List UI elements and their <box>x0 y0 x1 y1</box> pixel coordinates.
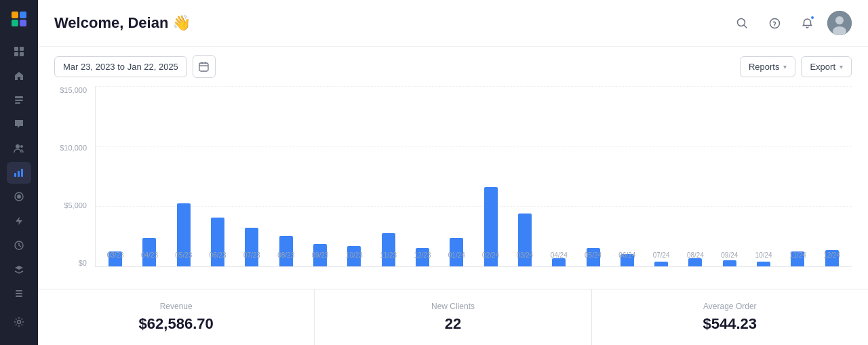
svg-point-26 <box>835 16 844 24</box>
y-axis: $0$5,000$10,000$15,000 <box>54 86 92 267</box>
export-label: Export <box>810 62 835 72</box>
notifications-button[interactable] <box>795 11 819 35</box>
export-button[interactable]: Export ▾ <box>801 56 852 77</box>
x-axis-label: 09/24 <box>713 247 747 266</box>
calendar-button[interactable] <box>193 55 216 78</box>
page-title: Welcome, Deian 👋 <box>54 14 191 32</box>
y-axis-label: $10,000 <box>54 144 92 152</box>
date-range-input[interactable]: Mar 23, 2023 to Jan 22, 2025 <box>54 56 187 77</box>
chart-inner: 03/2304/2305/2306/2307/2308/2309/2310/23… <box>95 86 852 267</box>
help-button[interactable] <box>762 11 787 35</box>
x-axis-label: 10/24 <box>747 247 781 266</box>
stat-value: $544.23 <box>703 315 757 333</box>
x-axis-label: 04/24 <box>542 247 576 266</box>
stat-item: Revenue$62,586.70 <box>38 289 315 345</box>
stat-value: $62,586.70 <box>139 315 214 333</box>
reports-button[interactable]: Reports ▾ <box>740 56 796 77</box>
stat-item: Average Order$544.23 <box>592 289 868 345</box>
x-axis-label: 11/23 <box>372 247 406 266</box>
stat-value: 22 <box>445 315 461 333</box>
sidebar-logo <box>9 11 28 28</box>
svg-rect-28 <box>199 63 208 71</box>
x-axis-label: 07/24 <box>644 247 678 266</box>
svg-rect-18 <box>16 290 22 291</box>
chart-container: $0$5,000$10,000$15,000 03/2304/2305/2306… <box>54 86 852 289</box>
svg-point-21 <box>18 321 21 324</box>
sidebar-item-expand[interactable] <box>7 41 31 63</box>
svg-point-24 <box>774 25 775 26</box>
reports-chevron-icon: ▾ <box>783 63 787 70</box>
svg-rect-10 <box>15 102 20 104</box>
x-axis-label: 12/23 <box>406 247 439 266</box>
x-axis-label: 06/24 <box>610 247 644 266</box>
sidebar-item-list[interactable] <box>7 283 31 304</box>
x-axis-label: 04/23 <box>132 247 166 266</box>
sidebar-item-analytics[interactable] <box>7 186 31 208</box>
x-axis-label: 10/23 <box>337 247 371 266</box>
bars-wrapper <box>96 86 852 266</box>
toolbar: Mar 23, 2023 to Jan 22, 2025 Reports ▾ E… <box>38 47 868 86</box>
toolbar-right: Reports ▾ Export ▾ <box>740 56 852 77</box>
svg-rect-1 <box>20 12 26 18</box>
svg-rect-13 <box>14 173 16 177</box>
date-range-wrapper: Mar 23, 2023 to Jan 22, 2025 <box>54 55 216 78</box>
sidebar-item-settings[interactable] <box>7 310 31 334</box>
svg-point-12 <box>20 145 23 148</box>
reports-label: Reports <box>749 62 780 72</box>
x-axis-label: 08/23 <box>269 247 303 266</box>
sidebar-item-home[interactable] <box>7 65 31 87</box>
x-axis-label: 03/23 <box>98 247 132 266</box>
header-actions <box>730 11 852 35</box>
svg-point-17 <box>17 195 21 199</box>
sidebar-item-reports[interactable] <box>7 162 31 184</box>
stat-label: Average Order <box>703 302 757 311</box>
x-axis-label: 11/24 <box>781 247 814 266</box>
svg-rect-4 <box>14 47 18 51</box>
sidebar-item-layers[interactable] <box>7 259 31 281</box>
stat-label: Revenue <box>160 302 193 311</box>
svg-rect-9 <box>15 100 23 101</box>
y-axis-label: $0 <box>54 259 92 267</box>
notification-dot <box>810 15 815 20</box>
x-axis-label: 05/24 <box>576 247 610 266</box>
search-button[interactable] <box>730 11 754 35</box>
svg-rect-15 <box>21 169 23 177</box>
x-axis-label: 06/23 <box>201 247 235 266</box>
x-axis-label: 02/24 <box>473 247 507 266</box>
x-axis-label: 03/24 <box>508 247 542 266</box>
x-axis: 03/2304/2305/2306/2307/2308/2309/2310/23… <box>96 247 852 266</box>
stats-bar: Revenue$62,586.70New Clients22Average Or… <box>38 289 868 345</box>
svg-rect-14 <box>18 171 20 177</box>
x-axis-label: 12/24 <box>815 247 849 266</box>
x-axis-label: 08/24 <box>678 247 712 266</box>
svg-rect-19 <box>16 293 22 294</box>
sidebar-item-recycle[interactable] <box>7 235 31 256</box>
sidebar-item-zap[interactable] <box>7 210 31 232</box>
main-content: Welcome, Deian 👋 Mar 23, 2023 to Jan 22,… <box>38 0 868 345</box>
sidebar-item-orders[interactable] <box>7 89 31 111</box>
svg-rect-3 <box>20 20 26 26</box>
svg-rect-0 <box>12 12 18 18</box>
svg-rect-7 <box>20 52 24 56</box>
stat-label: New Clients <box>431 302 475 311</box>
y-axis-label: $15,000 <box>54 86 92 94</box>
x-axis-label: 01/24 <box>439 247 473 266</box>
svg-point-23 <box>770 18 779 28</box>
sidebar-item-team[interactable] <box>7 138 31 159</box>
x-axis-label: 07/23 <box>235 247 269 266</box>
sidebar-item-messages[interactable] <box>7 114 31 136</box>
y-axis-label: $5,000 <box>54 201 92 209</box>
svg-rect-2 <box>12 20 18 26</box>
svg-point-11 <box>16 144 20 148</box>
export-chevron-icon: ▾ <box>840 63 843 70</box>
avatar[interactable] <box>827 11 852 35</box>
svg-rect-20 <box>16 296 22 297</box>
sidebar <box>0 0 38 345</box>
x-axis-label: 09/23 <box>303 247 337 266</box>
x-axis-label: 05/23 <box>167 247 201 266</box>
svg-rect-5 <box>20 47 24 51</box>
svg-rect-6 <box>14 52 18 56</box>
chart-area: $0$5,000$10,000$15,000 03/2304/2305/2306… <box>38 86 868 289</box>
header: Welcome, Deian 👋 <box>38 0 868 47</box>
stat-item: New Clients22 <box>315 289 591 345</box>
